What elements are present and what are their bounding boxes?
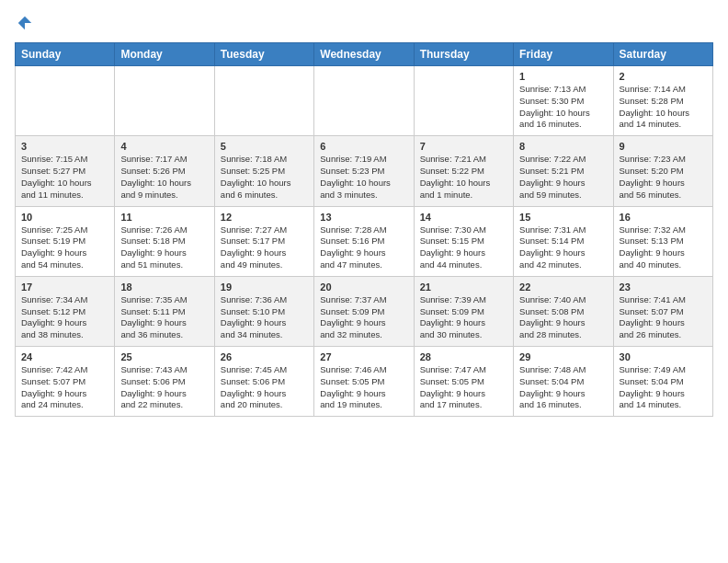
week-row-4: 17Sunrise: 7:34 AM Sunset: 5:12 PM Dayli… [16, 276, 713, 346]
day-info: Sunrise: 7:49 AM Sunset: 5:04 PM Dayligh… [620, 364, 707, 411]
day-cell: 13Sunrise: 7:28 AM Sunset: 5:16 PM Dayli… [314, 206, 414, 276]
day-number: 27 [320, 351, 407, 362]
day-info: Sunrise: 7:36 AM Sunset: 5:10 PM Dayligh… [221, 294, 308, 341]
weekday-header-row: SundayMondayTuesdayWednesdayThursdayFrid… [16, 43, 713, 66]
logo [15, 15, 33, 31]
day-cell [214, 66, 313, 136]
day-info: Sunrise: 7:26 AM Sunset: 5:18 PM Dayligh… [120, 224, 208, 271]
day-number: 12 [221, 212, 308, 223]
day-info: Sunrise: 7:47 AM Sunset: 5:05 PM Dayligh… [420, 364, 507, 411]
day-number: 25 [120, 351, 208, 362]
day-cell: 23Sunrise: 7:41 AM Sunset: 5:07 PM Dayli… [613, 276, 712, 346]
day-number: 19 [221, 282, 308, 293]
day-cell [414, 66, 513, 136]
day-number: 15 [519, 212, 607, 223]
day-cell: 19Sunrise: 7:36 AM Sunset: 5:10 PM Dayli… [214, 276, 313, 346]
day-number: 8 [519, 141, 607, 152]
day-info: Sunrise: 7:43 AM Sunset: 5:06 PM Dayligh… [120, 364, 208, 411]
day-number: 16 [620, 212, 707, 223]
day-cell: 11Sunrise: 7:26 AM Sunset: 5:18 PM Dayli… [115, 206, 214, 276]
day-cell: 24Sunrise: 7:42 AM Sunset: 5:07 PM Dayli… [16, 347, 115, 417]
day-info: Sunrise: 7:41 AM Sunset: 5:07 PM Dayligh… [620, 294, 707, 341]
day-cell: 20Sunrise: 7:37 AM Sunset: 5:09 PM Dayli… [314, 276, 414, 346]
week-row-2: 3Sunrise: 7:15 AM Sunset: 5:27 PM Daylig… [16, 136, 713, 206]
weekday-header-friday: Friday [514, 43, 613, 66]
day-cell: 29Sunrise: 7:48 AM Sunset: 5:04 PM Dayli… [514, 347, 613, 417]
week-row-3: 10Sunrise: 7:25 AM Sunset: 5:19 PM Dayli… [16, 206, 713, 276]
day-number: 2 [620, 71, 707, 82]
day-number: 14 [420, 212, 507, 223]
day-number: 22 [519, 282, 607, 293]
day-info: Sunrise: 7:31 AM Sunset: 5:14 PM Dayligh… [519, 224, 607, 271]
day-info: Sunrise: 7:25 AM Sunset: 5:19 PM Dayligh… [21, 224, 108, 271]
day-info: Sunrise: 7:27 AM Sunset: 5:17 PM Dayligh… [221, 224, 308, 271]
day-number: 21 [420, 282, 507, 293]
day-number: 18 [120, 282, 208, 293]
day-info: Sunrise: 7:37 AM Sunset: 5:09 PM Dayligh… [320, 294, 407, 341]
week-row-5: 24Sunrise: 7:42 AM Sunset: 5:07 PM Dayli… [16, 347, 713, 417]
day-cell [314, 66, 414, 136]
svg-marker-0 [18, 17, 31, 29]
day-info: Sunrise: 7:21 AM Sunset: 5:22 PM Dayligh… [420, 154, 507, 201]
day-cell: 16Sunrise: 7:32 AM Sunset: 5:13 PM Dayli… [613, 206, 712, 276]
day-info: Sunrise: 7:46 AM Sunset: 5:05 PM Dayligh… [320, 364, 407, 411]
day-cell: 25Sunrise: 7:43 AM Sunset: 5:06 PM Dayli… [115, 347, 214, 417]
day-number: 30 [620, 351, 707, 362]
day-number: 13 [320, 212, 407, 223]
day-cell: 26Sunrise: 7:45 AM Sunset: 5:06 PM Dayli… [214, 347, 313, 417]
day-cell: 7Sunrise: 7:21 AM Sunset: 5:22 PM Daylig… [414, 136, 513, 206]
weekday-header-thursday: Thursday [414, 43, 513, 66]
logo-icon [17, 15, 33, 31]
day-cell: 15Sunrise: 7:31 AM Sunset: 5:14 PM Dayli… [514, 206, 613, 276]
day-number: 9 [620, 141, 707, 152]
day-cell [115, 66, 214, 136]
day-cell: 5Sunrise: 7:18 AM Sunset: 5:25 PM Daylig… [214, 136, 313, 206]
day-cell: 22Sunrise: 7:40 AM Sunset: 5:08 PM Dayli… [514, 276, 613, 346]
day-info: Sunrise: 7:13 AM Sunset: 5:30 PM Dayligh… [519, 84, 607, 131]
day-number: 10 [21, 212, 108, 223]
day-number: 29 [519, 351, 607, 362]
day-cell: 9Sunrise: 7:23 AM Sunset: 5:20 PM Daylig… [613, 136, 712, 206]
day-number: 4 [120, 141, 208, 152]
day-number: 5 [221, 141, 308, 152]
day-cell: 28Sunrise: 7:47 AM Sunset: 5:05 PM Dayli… [414, 347, 513, 417]
day-info: Sunrise: 7:22 AM Sunset: 5:21 PM Dayligh… [519, 154, 607, 201]
day-cell: 6Sunrise: 7:19 AM Sunset: 5:23 PM Daylig… [314, 136, 414, 206]
calendar-table: SundayMondayTuesdayWednesdayThursdayFrid… [15, 42, 713, 417]
day-number: 6 [320, 141, 407, 152]
day-info: Sunrise: 7:34 AM Sunset: 5:12 PM Dayligh… [21, 294, 108, 341]
day-number: 28 [420, 351, 507, 362]
day-info: Sunrise: 7:42 AM Sunset: 5:07 PM Dayligh… [21, 364, 108, 411]
day-info: Sunrise: 7:17 AM Sunset: 5:26 PM Dayligh… [120, 154, 208, 201]
day-cell: 27Sunrise: 7:46 AM Sunset: 5:05 PM Dayli… [314, 347, 414, 417]
day-cell [16, 66, 115, 136]
day-cell: 30Sunrise: 7:49 AM Sunset: 5:04 PM Dayli… [613, 347, 712, 417]
day-info: Sunrise: 7:30 AM Sunset: 5:15 PM Dayligh… [420, 224, 507, 271]
day-cell: 18Sunrise: 7:35 AM Sunset: 5:11 PM Dayli… [115, 276, 214, 346]
day-cell: 8Sunrise: 7:22 AM Sunset: 5:21 PM Daylig… [514, 136, 613, 206]
day-number: 11 [120, 212, 208, 223]
day-info: Sunrise: 7:45 AM Sunset: 5:06 PM Dayligh… [221, 364, 308, 411]
day-number: 26 [221, 351, 308, 362]
day-number: 24 [21, 351, 108, 362]
day-cell: 14Sunrise: 7:30 AM Sunset: 5:15 PM Dayli… [414, 206, 513, 276]
day-info: Sunrise: 7:40 AM Sunset: 5:08 PM Dayligh… [519, 294, 607, 341]
day-cell: 12Sunrise: 7:27 AM Sunset: 5:17 PM Dayli… [214, 206, 313, 276]
day-info: Sunrise: 7:48 AM Sunset: 5:04 PM Dayligh… [519, 364, 607, 411]
weekday-header-saturday: Saturday [613, 43, 712, 66]
week-row-1: 1Sunrise: 7:13 AM Sunset: 5:30 PM Daylig… [16, 66, 713, 136]
weekday-header-tuesday: Tuesday [214, 43, 313, 66]
day-info: Sunrise: 7:15 AM Sunset: 5:27 PM Dayligh… [21, 154, 108, 201]
day-cell: 1Sunrise: 7:13 AM Sunset: 5:30 PM Daylig… [514, 66, 613, 136]
day-cell: 21Sunrise: 7:39 AM Sunset: 5:09 PM Dayli… [414, 276, 513, 346]
day-cell: 17Sunrise: 7:34 AM Sunset: 5:12 PM Dayli… [16, 276, 115, 346]
day-cell: 4Sunrise: 7:17 AM Sunset: 5:26 PM Daylig… [115, 136, 214, 206]
weekday-header-monday: Monday [115, 43, 214, 66]
day-info: Sunrise: 7:39 AM Sunset: 5:09 PM Dayligh… [420, 294, 507, 341]
day-number: 20 [320, 282, 407, 293]
weekday-header-wednesday: Wednesday [314, 43, 414, 66]
day-cell: 10Sunrise: 7:25 AM Sunset: 5:19 PM Dayli… [16, 206, 115, 276]
day-cell: 2Sunrise: 7:14 AM Sunset: 5:28 PM Daylig… [613, 66, 712, 136]
day-number: 3 [21, 141, 108, 152]
weekday-header-sunday: Sunday [16, 43, 115, 66]
